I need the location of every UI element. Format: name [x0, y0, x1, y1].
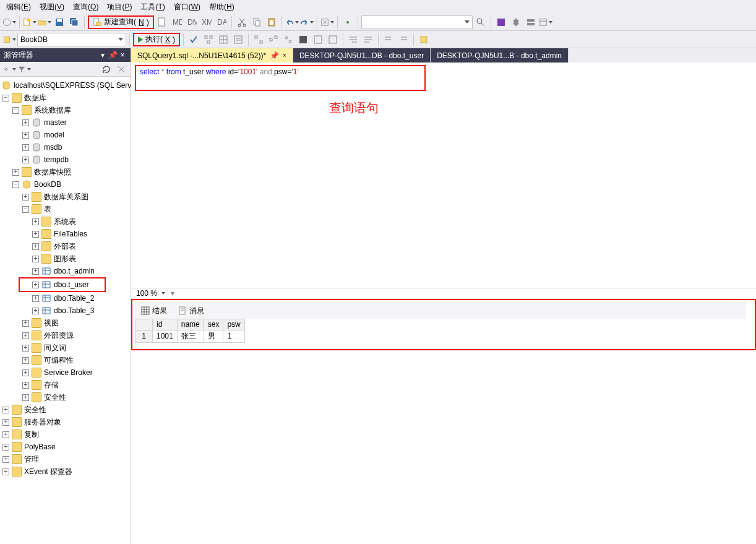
execute-button[interactable]: 执行(X) — [133, 33, 180, 46]
expand-icon[interactable] — [32, 243, 39, 250]
menu-help[interactable]: 帮助(H) — [205, 1, 238, 14]
redo-button[interactable] — [300, 15, 314, 29]
tree-xevent[interactable]: XEvent 探查器 — [0, 465, 131, 478]
panel-pin-button[interactable]: 📌 — [108, 51, 117, 59]
tree-repl[interactable]: 复制 — [0, 428, 131, 441]
parse-button[interactable] — [187, 33, 200, 46]
new-project-button[interactable] — [23, 15, 37, 29]
live-stats-button[interactable] — [267, 33, 280, 46]
new-file-button[interactable] — [155, 15, 169, 29]
nav-back-button[interactable] — [2, 15, 16, 29]
expand-icon[interactable] — [32, 282, 39, 288]
tree-graphtables[interactable]: 图形表 — [0, 253, 131, 265]
activity-button[interactable] — [341, 15, 354, 29]
tree-exttables[interactable]: 外部表 — [0, 240, 131, 253]
tree-model[interactable]: model — [0, 129, 131, 141]
tree-mgmt[interactable]: 管理 — [0, 453, 131, 465]
tree-databases[interactable]: 数据库 — [0, 92, 131, 104]
expand-icon[interactable] — [32, 295, 39, 302]
expand-icon[interactable] — [22, 357, 29, 364]
uncomment-button[interactable] — [397, 33, 410, 46]
open-button[interactable] — [38, 15, 51, 29]
close-icon[interactable]: × — [283, 52, 286, 59]
tree-systables[interactable]: 系统表 — [0, 215, 131, 228]
tree-serverobj[interactable]: 服务器对象 — [0, 416, 131, 428]
intellisense-button[interactable] — [311, 33, 325, 46]
tree-msdb[interactable]: msdb — [0, 141, 131, 153]
collapse-icon[interactable] — [12, 107, 19, 114]
tree-t-admin[interactable]: dbo.t_admin — [0, 265, 131, 277]
tree-snapshot[interactable]: 数据库快照 — [0, 166, 131, 178]
expand-icon[interactable] — [22, 394, 29, 401]
results-tab[interactable]: 结果 — [141, 304, 167, 317]
outdent-button[interactable] — [361, 33, 375, 46]
tree-security2[interactable]: 安全性 — [0, 404, 131, 416]
col-name[interactable]: name — [177, 319, 204, 330]
menu-edit[interactable]: 编辑(E) — [2, 1, 35, 14]
tree-bookdb[interactable]: BookDB — [0, 178, 131, 191]
expand-icon[interactable] — [22, 144, 29, 151]
tree-storage[interactable]: 存储 — [0, 379, 131, 391]
save-all-button[interactable] — [67, 15, 81, 29]
filter-button[interactable] — [17, 63, 31, 76]
client-stats-button[interactable] — [281, 33, 295, 46]
tree-tables[interactable]: 表 — [0, 203, 131, 215]
tree-server-node[interactable]: localhost\SQLEXPRESS (SQL Server — [0, 79, 131, 92]
tab-t-user[interactable]: DESKTOP-QJN5U1...DB - dbo.t_user — [293, 48, 431, 63]
collapse-icon[interactable] — [12, 181, 19, 188]
copy-button[interactable] — [250, 15, 264, 29]
include-plan-button[interactable] — [252, 33, 265, 46]
database-combo[interactable]: BookDB — [17, 33, 126, 46]
properties-button[interactable] — [509, 15, 523, 29]
solution-config-button[interactable] — [320, 15, 334, 29]
col-id[interactable]: id — [153, 319, 178, 330]
tree-sbroker[interactable]: Service Broker — [0, 366, 131, 379]
dmx-query-button[interactable]: DMX — [185, 15, 199, 29]
sqlcmd-button[interactable] — [296, 33, 310, 46]
dax-query-button[interactable]: DAX — [215, 15, 228, 29]
menu-window[interactable]: 窗口(W) — [170, 1, 204, 14]
expand-icon[interactable] — [32, 231, 39, 238]
results-grid-button[interactable] — [217, 33, 230, 46]
col-rownum[interactable] — [135, 319, 153, 330]
expand-icon[interactable] — [2, 456, 9, 463]
tree-synonyms[interactable]: 同义词 — [0, 342, 131, 354]
expand-icon[interactable] — [22, 332, 29, 339]
specify-values-button[interactable] — [417, 33, 431, 46]
col-psw[interactable]: psw — [223, 319, 244, 330]
results-row[interactable]: 1 1001 张三 男 1 — [135, 330, 245, 342]
tree-filetables[interactable]: FileTables — [0, 228, 131, 240]
tree-polybase[interactable]: PolyBase — [0, 441, 131, 453]
results-text-button[interactable] — [231, 33, 245, 46]
undo-button[interactable] — [285, 15, 299, 29]
tree-security[interactable]: 安全性 — [0, 391, 131, 404]
expand-icon[interactable] — [2, 419, 9, 426]
expand-icon[interactable] — [2, 407, 9, 413]
sql-editor[interactable]: select * from t_user where id='1001' and… — [131, 63, 756, 93]
collapse-icon[interactable] — [2, 95, 9, 101]
expand-icon[interactable] — [32, 256, 39, 262]
expand-icon[interactable] — [22, 157, 29, 163]
new-query-button[interactable]: 新建查询(N) — [88, 15, 154, 29]
connect-button[interactable] — [2, 63, 16, 76]
comment-button[interactable] — [382, 33, 395, 46]
expand-icon[interactable] — [32, 218, 39, 225]
stop-button[interactable] — [114, 63, 128, 76]
expand-icon[interactable] — [22, 119, 29, 126]
display-plan-button[interactable] — [202, 33, 215, 46]
expand-icon[interactable] — [22, 369, 29, 376]
paste-button[interactable] — [265, 15, 278, 29]
tree-master[interactable]: master — [0, 116, 131, 129]
results-grid[interactable]: id name sex psw 1 1001 张三 男 1 — [135, 319, 746, 343]
expand-icon[interactable] — [2, 431, 9, 438]
xmla-query-button[interactable]: XMLA — [200, 15, 213, 29]
messages-tab[interactable]: 消息 — [178, 304, 204, 317]
tree-diagrams[interactable]: 数据库关系图 — [0, 191, 131, 203]
tab-t-admin[interactable]: DESKTOP-QJN5U1...B - dbo.t_admin — [431, 48, 569, 63]
zoom-combo[interactable]: 100 % — [136, 289, 168, 298]
window-layout-button[interactable] — [539, 15, 552, 29]
launch-button[interactable] — [494, 15, 508, 29]
cut-button[interactable] — [235, 15, 249, 29]
expand-icon[interactable] — [32, 268, 39, 275]
registered-servers-button[interactable] — [524, 15, 538, 29]
